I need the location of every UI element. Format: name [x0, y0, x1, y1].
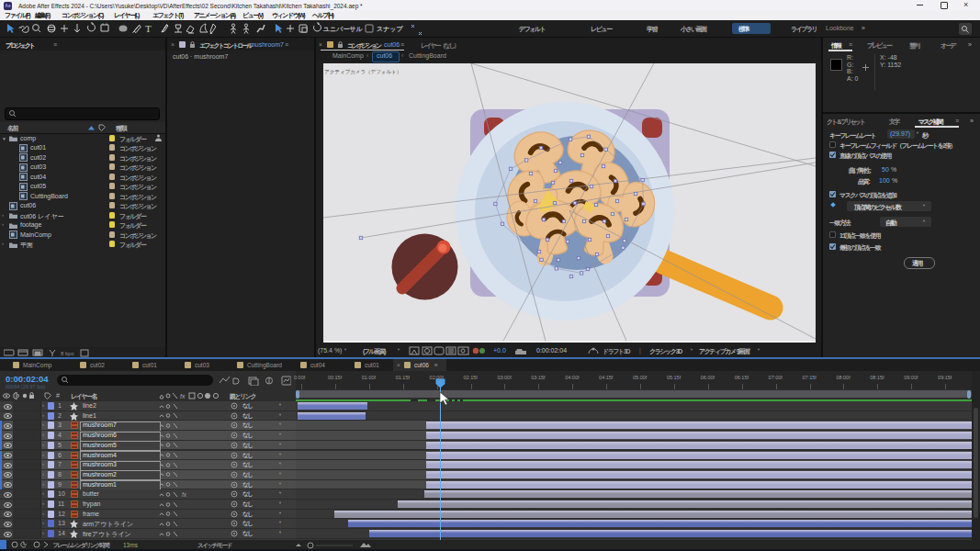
- svg-text:T: T: [145, 23, 152, 34]
- svg-text:ユニバーサル: ユニバーサル: [322, 26, 363, 33]
- svg-text:8 bpc: 8 bpc: [61, 351, 74, 356]
- svg-text:アクティブカメラ（デフォルト）: アクティブカメラ（デフォルト）: [324, 69, 401, 74]
- svg-text:スナップ: スナップ: [377, 25, 403, 33]
- svg-text:fx: fx: [182, 491, 187, 498]
- svg-text:fx: fx: [180, 393, 186, 399]
